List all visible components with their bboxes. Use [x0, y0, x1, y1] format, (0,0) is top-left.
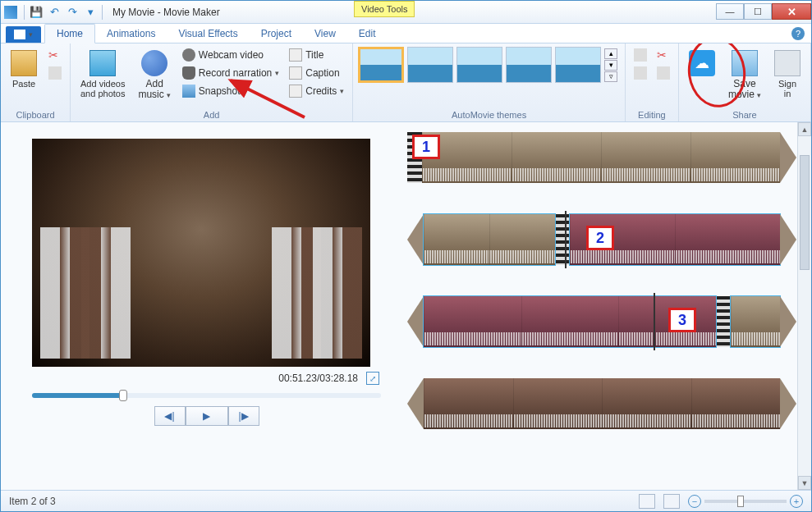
sign-in-icon — [774, 50, 801, 76]
split-marker — [654, 293, 655, 350]
clip-continue-icon — [407, 296, 424, 347]
rotate-left-icon — [634, 48, 647, 62]
qat-dropdown-icon[interactable]: ▾ — [82, 4, 99, 21]
onedrive-button[interactable]: ☁ — [684, 47, 720, 80]
scroll-thumb[interactable] — [800, 155, 810, 270]
zoom-thumb[interactable] — [737, 496, 744, 507]
add-music-button[interactable]: Add music ▾ — [133, 47, 175, 103]
clip-row: 1 — [407, 132, 796, 183]
automovie-themes-gallery[interactable]: ▴▾▿ — [358, 47, 617, 83]
redo-icon[interactable]: ↷ — [64, 4, 80, 21]
seek-thumb[interactable] — [119, 390, 127, 401]
tab-view[interactable]: View — [303, 25, 347, 43]
vertical-scrollbar[interactable]: ▲ ▼ — [797, 122, 811, 490]
fullscreen-button[interactable]: ⤢ — [366, 372, 379, 385]
titlebar: 💾 ↶ ↷ ▾ My Movie - Movie Maker Video Too… — [1, 1, 811, 24]
webcam-video-button[interactable]: Webcam video — [179, 47, 282, 63]
credits-button[interactable]: Credits ▾ — [286, 83, 347, 99]
clip-continue-icon — [780, 132, 796, 183]
clip-row: 2 — [407, 214, 796, 265]
time-display-row: 00:51.23/03:28.18 ⤢ — [32, 367, 381, 390]
record-narration-button[interactable]: Record narration ▾ — [179, 65, 282, 81]
video-clip[interactable] — [407, 132, 796, 183]
tab-edit[interactable]: Edit — [347, 25, 388, 43]
app-icon — [4, 6, 17, 19]
seek-slider[interactable] — [32, 393, 381, 398]
zoom-in-button[interactable]: + — [790, 495, 803, 508]
clip-continue-icon — [780, 214, 796, 265]
cut-icon: ✂ — [48, 48, 62, 62]
cloud-icon: ☁ — [689, 50, 715, 76]
clip-row: 3 — [407, 296, 796, 347]
next-frame-button[interactable]: |▶ — [228, 406, 259, 426]
credits-icon — [289, 85, 302, 98]
help-button[interactable]: ? — [791, 27, 805, 40]
sign-in-button[interactable]: Sign in — [769, 47, 805, 102]
group-share: ☁ Save movie ▾ Sign in Share — [679, 43, 811, 121]
maximize-button[interactable]: ☐ — [744, 3, 772, 20]
snapshot-icon — [182, 85, 195, 98]
title-icon — [289, 48, 302, 62]
view-thumbnails-button[interactable] — [639, 494, 655, 509]
playback-controls: ◀| ▶ |▶ — [32, 406, 381, 426]
clip-continue-icon — [407, 214, 424, 265]
tab-visual-effects[interactable]: Visual Effects — [167, 25, 249, 43]
rotate-left-button[interactable] — [631, 47, 650, 63]
paste-button[interactable]: Paste — [6, 47, 42, 92]
rotate-right-button[interactable] — [631, 65, 650, 81]
save-movie-icon — [732, 50, 758, 76]
clip-continue-icon — [780, 296, 796, 347]
video-clip[interactable] — [407, 378, 796, 429]
workspace: 00:51.23/03:28.18 ⤢ ◀| ▶ |▶ 1 — [1, 122, 811, 490]
close-button[interactable]: ✕ — [772, 3, 811, 20]
snapshot-button[interactable]: Snapshot — [179, 83, 282, 99]
group-add: Add videos and photos Add music ▾ Webcam… — [71, 43, 353, 121]
app-window: 💾 ↶ ↷ ▾ My Movie - Movie Maker Video Too… — [0, 0, 812, 512]
tab-home[interactable]: Home — [44, 24, 95, 43]
copy-icon — [48, 66, 62, 80]
view-details-button[interactable] — [663, 494, 680, 509]
photos-icon — [89, 50, 116, 76]
theme-thumbnail[interactable] — [555, 47, 601, 83]
save-icon[interactable]: 💾 — [28, 4, 44, 21]
add-videos-photos-button[interactable]: Add videos and photos — [76, 47, 130, 102]
microphone-icon — [182, 66, 195, 80]
ribbon: Paste ✂ Clipboard Add videos and photos … — [1, 43, 811, 122]
zoom-out-button[interactable]: − — [688, 495, 701, 508]
caption-button[interactable]: Caption — [286, 65, 347, 81]
select-all-button[interactable] — [654, 65, 673, 81]
contextual-tab-label: Video Tools — [354, 1, 415, 17]
scroll-up-button[interactable]: ▲ — [798, 122, 811, 136]
save-movie-button[interactable]: Save movie ▾ — [723, 47, 766, 103]
theme-thumbnail[interactable] — [358, 47, 404, 83]
file-tab[interactable]: ▾ — [6, 26, 41, 43]
play-button[interactable]: ▶ — [186, 406, 228, 426]
group-editing: ✂ Editing — [626, 43, 679, 121]
cut-button[interactable]: ✂ — [45, 47, 65, 63]
undo-icon[interactable]: ↶ — [46, 4, 62, 21]
remove-button[interactable]: ✂ — [654, 47, 673, 63]
theme-thumbnail[interactable] — [506, 47, 552, 83]
theme-thumbnail[interactable] — [407, 47, 453, 83]
copy-button[interactable] — [45, 65, 65, 81]
tab-project[interactable]: Project — [250, 25, 303, 43]
ribbon-tabstrip: ▾ Home Animations Visual Effects Project… — [1, 24, 811, 43]
chevron-down-icon: ▾ — [167, 91, 171, 99]
video-preview[interactable] — [32, 139, 370, 367]
chevron-down-icon: ▾ — [29, 30, 33, 39]
tab-animations[interactable]: Animations — [95, 25, 167, 43]
status-item-text: Item 2 of 3 — [9, 496, 56, 507]
caption-icon — [289, 66, 302, 80]
annotation-label: 3 — [668, 308, 696, 332]
prev-frame-button[interactable]: ◀| — [154, 406, 186, 426]
gallery-scroll[interactable]: ▴▾▿ — [604, 48, 617, 82]
video-clip[interactable] — [407, 296, 796, 347]
minimize-button[interactable]: — — [716, 3, 744, 20]
playhead[interactable] — [565, 211, 567, 268]
zoom-slider[interactable] — [704, 500, 787, 503]
theme-thumbnail[interactable] — [456, 47, 502, 83]
title-button[interactable]: Title — [286, 47, 347, 63]
clip-continue-icon — [407, 378, 424, 429]
scroll-down-button[interactable]: ▼ — [798, 476, 811, 490]
timeline-pane[interactable]: 1 2 — [397, 122, 811, 490]
